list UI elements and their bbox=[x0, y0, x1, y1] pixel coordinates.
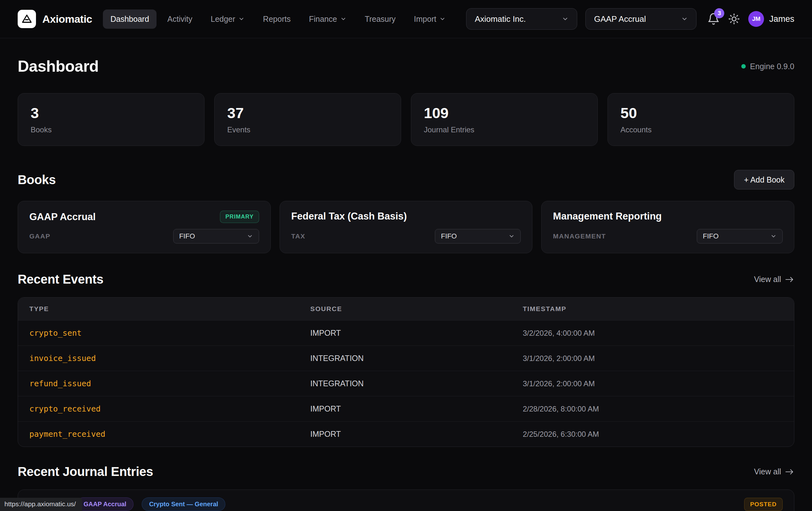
view-all-events-link[interactable]: View all bbox=[754, 275, 794, 284]
chevron-down-icon bbox=[770, 233, 777, 239]
nav-item-label: Ledger bbox=[211, 15, 235, 24]
nav-item-dashboard[interactable]: Dashboard bbox=[103, 9, 156, 29]
column-header-timestamp: TIMESTAMP bbox=[523, 305, 783, 313]
notification-badge: 3 bbox=[714, 8, 724, 18]
book-card-gaap-accrual: GAAP Accrual PRIMARY GAAP FIFO bbox=[18, 201, 271, 253]
book-title: Management Reporting bbox=[553, 211, 662, 222]
cost-method-value: FIFO bbox=[179, 232, 195, 240]
user-menu[interactable]: JM James bbox=[748, 11, 794, 27]
event-row[interactable]: crypto_sent IMPORT 3/2/2026, 4:00:00 AM bbox=[18, 320, 794, 346]
book-subtitle: TAX bbox=[291, 233, 306, 240]
event-source: IMPORT bbox=[310, 328, 523, 338]
view-all-journal-entries-link[interactable]: View all bbox=[754, 467, 794, 476]
event-type: invoice_issued bbox=[29, 354, 310, 363]
nav-item-ledger[interactable]: Ledger bbox=[203, 9, 253, 29]
recent-events-table: TYPE SOURCE TIMESTAMP crypto_sent IMPORT… bbox=[18, 297, 794, 447]
logo-icon[interactable] bbox=[18, 10, 36, 28]
cost-method-select[interactable]: FIFO bbox=[173, 229, 259, 243]
sun-icon bbox=[728, 13, 740, 25]
engine-version: Engine 0.9.0 bbox=[750, 62, 794, 71]
event-row[interactable]: refund_issued INTEGRATION 3/1/2026, 2:00… bbox=[18, 371, 794, 396]
event-source: IMPORT bbox=[310, 430, 523, 439]
engine-status-dot bbox=[741, 64, 746, 69]
book-card-management-reporting: Management Reporting MANAGEMENT FIFO bbox=[541, 201, 794, 253]
top-nav: Axiomatic Dashboard Activity Ledger Repo… bbox=[0, 0, 812, 38]
stat-value: 3 bbox=[31, 104, 192, 122]
cost-method-select[interactable]: FIFO bbox=[435, 229, 521, 243]
stat-card-accounts: 50 Accounts bbox=[608, 93, 794, 146]
nav-item-activity[interactable]: Activity bbox=[160, 9, 200, 29]
stat-label: Accounts bbox=[620, 125, 781, 134]
stat-card-journal-entries: 109 Journal Entries bbox=[411, 93, 598, 146]
stat-card-books: 3 Books bbox=[18, 93, 204, 146]
book-selector[interactable]: GAAP Accrual bbox=[585, 8, 696, 30]
nav-item-reports[interactable]: Reports bbox=[255, 9, 298, 29]
chevron-down-icon bbox=[340, 16, 347, 22]
nav-item-finance[interactable]: Finance bbox=[301, 9, 354, 29]
cost-method-select[interactable]: FIFO bbox=[697, 229, 783, 243]
event-type: payment_received bbox=[29, 430, 310, 439]
engine-status: Engine 0.9.0 bbox=[741, 62, 794, 71]
stat-value: 109 bbox=[424, 104, 585, 122]
column-header-type: TYPE bbox=[29, 305, 310, 313]
event-source: INTEGRATION bbox=[310, 379, 523, 388]
stat-value: 50 bbox=[620, 104, 781, 122]
browser-link-preview: https://app.axiomatic.us/ bbox=[0, 498, 82, 511]
book-selector-value: GAAP Accrual bbox=[594, 14, 646, 24]
cost-method-value: FIFO bbox=[703, 232, 719, 240]
book-title: GAAP Accrual bbox=[29, 211, 96, 223]
view-all-label: View all bbox=[754, 467, 781, 476]
nav-item-treasury[interactable]: Treasury bbox=[357, 9, 403, 29]
column-header-source: SOURCE bbox=[310, 305, 523, 313]
event-source: IMPORT bbox=[310, 404, 523, 413]
add-book-button[interactable]: + Add Book bbox=[734, 170, 794, 189]
book-subtitle: GAAP bbox=[29, 233, 51, 240]
recent-journal-entries-heading: Recent Journal Entries bbox=[18, 464, 153, 479]
nav-right: Axiomatic Inc. GAAP Accrual 3 JM James bbox=[466, 8, 794, 30]
stat-label: Books bbox=[31, 125, 192, 134]
chevron-down-icon bbox=[681, 16, 688, 22]
books-heading: Books bbox=[18, 173, 56, 187]
event-type: crypto_sent bbox=[29, 328, 310, 338]
journal-entry-row[interactable]: 2026-03-02 GAAP Accrual Crypto Sent — Ge… bbox=[29, 497, 783, 511]
event-type: refund_issued bbox=[29, 379, 310, 388]
book-card-federal-tax: Federal Tax (Cash Basis) TAX FIFO bbox=[280, 201, 533, 253]
org-selector-value: Axiomatic Inc. bbox=[475, 14, 526, 24]
event-row[interactable]: crypto_received IMPORT 2/28/2026, 8:00:0… bbox=[18, 396, 794, 421]
book-subtitle: MANAGEMENT bbox=[553, 233, 606, 240]
event-type: crypto_received bbox=[29, 404, 310, 413]
theme-toggle-button[interactable] bbox=[728, 13, 740, 25]
brand: Axiomatic bbox=[18, 10, 92, 28]
journal-entry-status-badge: POSTED bbox=[744, 498, 783, 511]
event-row[interactable]: payment_received IMPORT 2/25/2026, 6:30:… bbox=[18, 421, 794, 447]
chevron-down-icon bbox=[562, 16, 569, 22]
nav-item-import[interactable]: Import bbox=[406, 9, 454, 29]
cost-method-value: FIFO bbox=[441, 232, 457, 240]
event-source: INTEGRATION bbox=[310, 354, 523, 363]
chevron-down-icon bbox=[238, 16, 244, 22]
chevron-down-icon bbox=[439, 16, 445, 22]
event-row[interactable]: invoice_issued INTEGRATION 3/1/2026, 2:0… bbox=[18, 346, 794, 371]
stat-label: Journal Entries bbox=[424, 125, 585, 134]
event-timestamp: 2/28/2026, 8:00:00 AM bbox=[523, 405, 783, 413]
arrow-right-icon bbox=[785, 469, 794, 475]
notifications-button[interactable]: 3 bbox=[707, 12, 720, 25]
user-name: James bbox=[769, 14, 794, 24]
stat-cards: 3 Books 37 Events 109 Journal Entries 50… bbox=[18, 93, 794, 146]
event-timestamp: 3/2/2026, 4:00:00 AM bbox=[523, 329, 783, 338]
stat-label: Events bbox=[227, 125, 388, 134]
stat-value: 37 bbox=[227, 104, 388, 122]
recent-journal-entries-card: 2026-03-02 GAAP Accrual Crypto Sent — Ge… bbox=[18, 489, 794, 511]
event-timestamp: 3/1/2026, 2:00:00 AM bbox=[523, 354, 783, 363]
brand-name: Axiomatic bbox=[42, 13, 92, 25]
table-header: TYPE SOURCE TIMESTAMP bbox=[18, 297, 794, 320]
org-selector[interactable]: Axiomatic Inc. bbox=[466, 8, 577, 30]
arrow-right-icon bbox=[785, 276, 794, 283]
chevron-down-icon bbox=[247, 233, 253, 239]
page-title: Dashboard bbox=[18, 57, 99, 76]
journal-entry-book-badge: GAAP Accrual bbox=[76, 497, 134, 511]
view-all-label: View all bbox=[754, 275, 781, 284]
journal-entry-type-badge: Crypto Sent — General bbox=[142, 497, 225, 511]
nav-item-label: Finance bbox=[309, 15, 337, 24]
books-grid: GAAP Accrual PRIMARY GAAP FIFO Federal T… bbox=[18, 201, 794, 253]
